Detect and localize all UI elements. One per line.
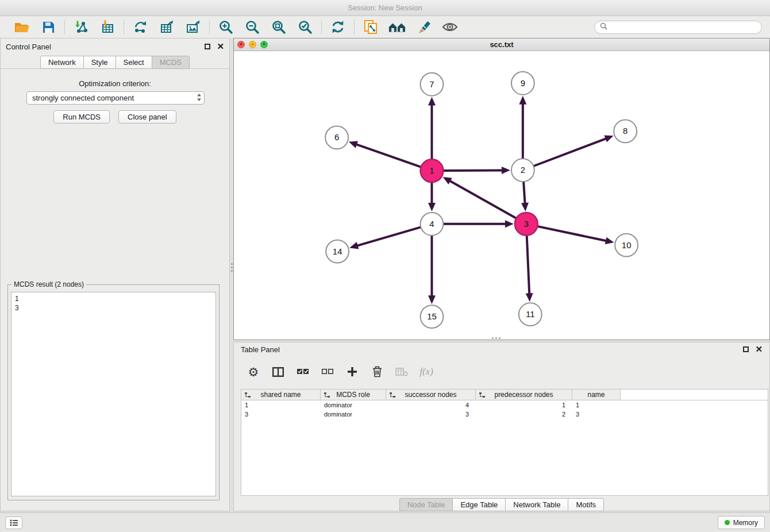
- mcds-result-textarea[interactable]: 1 3: [11, 292, 216, 496]
- graph-node-14[interactable]: 14: [326, 240, 349, 263]
- column-header-name[interactable]: name: [572, 390, 621, 400]
- tab-edge-table[interactable]: Edge Table: [453, 498, 506, 511]
- cell-mcds-role[interactable]: dominator: [321, 410, 386, 419]
- zoom-fit-icon[interactable]: [270, 18, 287, 36]
- tab-node-table[interactable]: Node Table: [399, 498, 453, 511]
- cell-shared-name[interactable]: 1: [241, 400, 321, 410]
- graph-edge-4-15[interactable]: [428, 236, 436, 304]
- delete-row-trash-icon[interactable]: [370, 364, 384, 379]
- graph-edge-3-1[interactable]: [443, 177, 516, 218]
- cell-name[interactable]: 3: [572, 410, 621, 419]
- graph-node-1[interactable]: 1: [421, 159, 444, 182]
- global-search-field[interactable]: [594, 21, 762, 34]
- graph-node-11[interactable]: 11: [519, 303, 542, 326]
- graph-edge-2-8[interactable]: [534, 135, 613, 165]
- graph-edge-2-3[interactable]: [521, 182, 529, 211]
- table-row[interactable]: 1 dominator 4 1 1: [241, 400, 768, 410]
- float-table-panel-icon[interactable]: [743, 346, 749, 352]
- float-panel-icon[interactable]: [205, 44, 210, 49]
- graph-node-6[interactable]: 6: [325, 126, 348, 149]
- close-panel-button[interactable]: Close panel: [118, 110, 176, 124]
- graph-edge-4-3[interactable]: [444, 220, 514, 228]
- cell-name[interactable]: 1: [572, 400, 621, 410]
- column-header-filler: [621, 390, 768, 400]
- cell-predecessor-nodes[interactable]: 2: [476, 410, 572, 419]
- cell-predecessor-nodes[interactable]: 1: [476, 400, 572, 410]
- refresh-icon[interactable]: [329, 18, 346, 36]
- graph-node-9[interactable]: 9: [511, 72, 534, 95]
- svg-text:7: 7: [429, 79, 434, 89]
- import-table-icon[interactable]: [99, 18, 116, 36]
- export-image-icon[interactable]: [184, 18, 202, 36]
- result-line: 3: [15, 304, 19, 312]
- search-input[interactable]: [611, 23, 756, 32]
- minimize-window-icon[interactable]: −: [249, 41, 256, 48]
- dropdown-selected-value: strongly connected component: [32, 94, 197, 102]
- tab-network-table[interactable]: Network Table: [506, 498, 568, 511]
- graph-node-7[interactable]: 7: [421, 73, 444, 96]
- zoom-in-icon[interactable]: [217, 18, 234, 36]
- graph-edge-3-11[interactable]: [526, 236, 533, 302]
- open-session-icon[interactable]: [13, 18, 30, 36]
- new-network-from-selection-icon[interactable]: [362, 18, 379, 36]
- main-toolbar: [0, 16, 770, 38]
- close-panel-icon[interactable]: ✕: [217, 44, 224, 49]
- cell-shared-name[interactable]: 3: [241, 410, 321, 419]
- show-columns-icon[interactable]: [271, 364, 285, 379]
- network-canvas[interactable]: 7968124314101511: [234, 51, 769, 340]
- maximize-window-icon[interactable]: +: [260, 41, 268, 48]
- apply-style-icon[interactable]: [415, 18, 432, 36]
- import-network-icon[interactable]: [72, 18, 90, 36]
- graph-node-3[interactable]: 3: [515, 213, 538, 236]
- cell-mcds-role[interactable]: dominator: [321, 400, 386, 410]
- horizontal-splitter-handle[interactable]: [492, 337, 500, 339]
- tab-style[interactable]: Style: [84, 56, 116, 69]
- vertical-splitter-handle[interactable]: [230, 263, 233, 272]
- column-header-successor-nodes[interactable]: successor nodes: [386, 390, 476, 400]
- task-history-button[interactable]: [5, 516, 22, 529]
- export-table-icon[interactable]: [158, 18, 175, 36]
- graph-node-2[interactable]: 2: [511, 159, 534, 182]
- zoom-selected-icon[interactable]: [297, 18, 314, 36]
- add-column-icon[interactable]: [345, 364, 359, 379]
- graph-edge-1-4[interactable]: [428, 183, 436, 211]
- tab-motifs[interactable]: Motifs: [568, 498, 604, 511]
- tab-mcds[interactable]: MCDS: [152, 56, 190, 69]
- home-networks-icon[interactable]: [388, 18, 406, 36]
- column-header-mcds-role[interactable]: MCDS role: [321, 390, 386, 400]
- table-row[interactable]: 3 dominator 3 2 3: [241, 410, 768, 419]
- svg-text:14: 14: [333, 246, 342, 256]
- graph-node-4[interactable]: 4: [421, 213, 444, 236]
- list-icon: [10, 519, 18, 526]
- tab-select[interactable]: Select: [116, 56, 152, 69]
- graph-node-8[interactable]: 8: [614, 120, 637, 143]
- graph-node-10[interactable]: 10: [615, 234, 638, 257]
- graph-edge-3-10[interactable]: [538, 226, 614, 244]
- zoom-out-icon[interactable]: [244, 18, 261, 36]
- graph-edge-1-2[interactable]: [444, 167, 510, 174]
- close-table-panel-icon[interactable]: ✕: [755, 346, 763, 352]
- column-header-predecessor-nodes[interactable]: predecessor nodes: [476, 390, 572, 400]
- deselect-all-columns-icon[interactable]: [321, 364, 334, 379]
- svg-text:10: 10: [622, 240, 632, 250]
- export-network-icon[interactable]: [132, 18, 149, 36]
- cell-successor-nodes[interactable]: 4: [386, 400, 476, 410]
- graph-edge-1-6[interactable]: [349, 141, 421, 167]
- table-settings-gear-icon[interactable]: ⚙: [247, 364, 260, 379]
- cell-successor-nodes[interactable]: 3: [386, 410, 476, 419]
- graph-edge-1-7[interactable]: [428, 97, 436, 159]
- tab-network[interactable]: Network: [40, 56, 84, 69]
- save-session-icon[interactable]: [40, 18, 57, 36]
- toggle-visibility-eye-icon[interactable]: [441, 18, 459, 36]
- graph-node-15[interactable]: 15: [421, 305, 444, 328]
- optimization-criterion-label: Optimization criterion:: [1, 79, 229, 88]
- network-graph[interactable]: 7968124314101511: [234, 51, 769, 340]
- memory-button[interactable]: Memory: [718, 516, 765, 529]
- run-mcds-button[interactable]: Run MCDS: [53, 110, 110, 124]
- column-header-shared-name[interactable]: shared name: [241, 390, 321, 400]
- optimization-criterion-dropdown[interactable]: strongly connected component: [26, 91, 205, 105]
- graph-edge-4-14[interactable]: [349, 228, 420, 249]
- select-all-columns-icon[interactable]: [296, 364, 310, 379]
- close-window-icon[interactable]: ×: [237, 41, 245, 48]
- graph-edge-2-9[interactable]: [519, 96, 526, 159]
